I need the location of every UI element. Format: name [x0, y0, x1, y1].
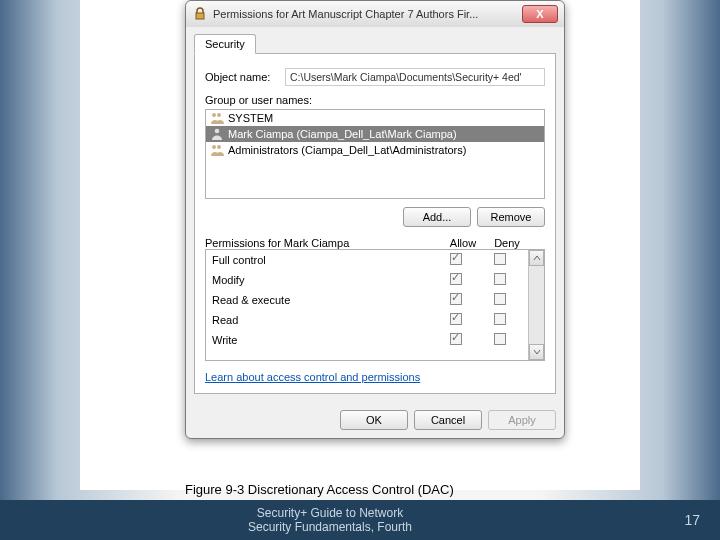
lock-icon [192, 6, 208, 22]
allow-checkbox[interactable] [450, 313, 462, 325]
deny-checkbox[interactable] [494, 253, 506, 265]
deny-checkbox[interactable] [494, 273, 506, 285]
deny-checkbox[interactable] [494, 333, 506, 345]
list-item[interactable]: SYSTEM [206, 110, 544, 126]
principals-list[interactable]: SYSTEM Mark Ciampa (Ciampa_Dell_Lat\Mark… [205, 109, 545, 199]
window-title: Permissions for Art Manuscript Chapter 7… [213, 8, 522, 20]
deny-column-header: Deny [485, 237, 529, 249]
permission-row: Write [206, 330, 528, 350]
permission-name: Write [212, 334, 434, 346]
permission-name: Read & execute [212, 294, 434, 306]
add-button[interactable]: Add... [403, 207, 471, 227]
scroll-track[interactable] [529, 266, 544, 344]
list-item-label: Mark Ciampa (Ciampa_Dell_Lat\Mark Ciampa… [228, 128, 457, 140]
chevron-up-icon [533, 255, 541, 261]
svg-point-3 [215, 129, 220, 134]
cancel-button[interactable]: Cancel [414, 410, 482, 430]
ok-button[interactable]: OK [340, 410, 408, 430]
users-icon [210, 112, 224, 124]
figure-label: Figure 9-3 Discretionary Access Control … [185, 482, 565, 497]
svg-point-2 [217, 113, 221, 117]
permission-name: Full control [212, 254, 434, 266]
chevron-down-icon [533, 349, 541, 355]
slide-footer: Security+ Guide to Network Security Fund… [0, 500, 720, 540]
permissions-list: Full control Modify Read & execute Read [205, 249, 545, 361]
permission-row: Read & execute [206, 290, 528, 310]
svg-rect-0 [196, 13, 204, 19]
allow-checkbox[interactable] [450, 253, 462, 265]
permission-name: Read [212, 314, 434, 326]
scroll-down-button[interactable] [529, 344, 544, 360]
tab-body: Object name: C:\Users\Mark Ciampa\Docume… [194, 53, 556, 394]
deny-checkbox[interactable] [494, 313, 506, 325]
permissions-dialog: Permissions for Art Manuscript Chapter 7… [185, 0, 565, 439]
tab-strip: Security [186, 27, 564, 53]
svg-point-1 [212, 113, 216, 117]
svg-point-4 [212, 145, 216, 149]
object-name-label: Object name: [205, 71, 285, 83]
titlebar[interactable]: Permissions for Art Manuscript Chapter 7… [186, 1, 564, 27]
deny-checkbox[interactable] [494, 293, 506, 305]
permission-row: Read [206, 310, 528, 330]
remove-button[interactable]: Remove [477, 207, 545, 227]
user-icon [210, 128, 224, 140]
tab-security[interactable]: Security [194, 34, 256, 54]
users-icon [210, 144, 224, 156]
permission-row: Full control [206, 250, 528, 270]
list-item-label: SYSTEM [228, 112, 273, 124]
scroll-up-button[interactable] [529, 250, 544, 266]
footer-line2: Security Fundamentals, Fourth [0, 520, 660, 534]
close-icon: X [536, 8, 543, 20]
list-item[interactable]: Mark Ciampa (Ciampa_Dell_Lat\Mark Ciampa… [206, 126, 544, 142]
list-item-label: Administrators (Ciampa_Dell_Lat\Administ… [228, 144, 466, 156]
scrollbar[interactable] [528, 250, 544, 360]
permission-name: Modify [212, 274, 434, 286]
permissions-label: Permissions for Mark Ciampa [205, 237, 441, 249]
allow-checkbox[interactable] [450, 273, 462, 285]
close-button[interactable]: X [522, 5, 558, 23]
learn-link[interactable]: Learn about access control and permissio… [205, 371, 420, 383]
allow-checkbox[interactable] [450, 293, 462, 305]
object-name-value: C:\Users\Mark Ciampa\Documents\Security+… [285, 68, 545, 86]
allow-checkbox[interactable] [450, 333, 462, 345]
svg-point-5 [217, 145, 221, 149]
footer-line1: Security+ Guide to Network [0, 506, 660, 520]
permission-row: Modify [206, 270, 528, 290]
apply-button[interactable]: Apply [488, 410, 556, 430]
page-number: 17 [660, 512, 720, 528]
list-item[interactable]: Administrators (Ciampa_Dell_Lat\Administ… [206, 142, 544, 158]
group-label: Group or user names: [205, 94, 545, 106]
allow-column-header: Allow [441, 237, 485, 249]
